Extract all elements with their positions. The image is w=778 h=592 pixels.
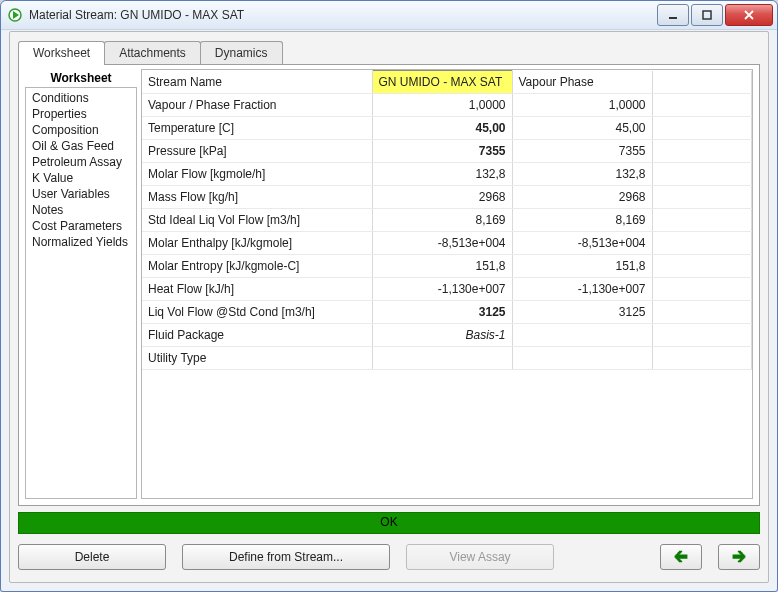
tab-label: Worksheet (33, 46, 90, 60)
row-label: Temperature [C] (142, 117, 372, 140)
delete-button[interactable]: Delete (18, 544, 166, 570)
table-row: Mass Flow [kg/h]29682968 (142, 186, 752, 209)
cell-value[interactable]: 3125 (512, 301, 652, 324)
cell-value[interactable] (512, 324, 652, 347)
sidebar-item-conditions[interactable]: Conditions (28, 90, 134, 106)
arrow-right-icon: 🡲 (732, 549, 746, 565)
sidebar-list: Conditions Properties Composition Oil & … (25, 87, 137, 499)
row-label: Mass Flow [kg/h] (142, 186, 372, 209)
cell-value[interactable] (512, 347, 652, 370)
sidebar-item-user-variables[interactable]: User Variables (28, 186, 134, 202)
table-row: Temperature [C]45,0045,00 (142, 117, 752, 140)
cell-value[interactable]: 132,8 (512, 163, 652, 186)
minimize-button[interactable] (657, 4, 689, 26)
cell-value[interactable] (372, 347, 512, 370)
window-controls (655, 4, 773, 26)
cell-value[interactable]: -8,513e+004 (512, 232, 652, 255)
row-label: Utility Type (142, 347, 372, 370)
svg-rect-2 (669, 17, 677, 19)
cell-value[interactable]: 7355 (512, 140, 652, 163)
cell-value[interactable]: 2968 (512, 186, 652, 209)
tab-panel: Worksheet Conditions Properties Composit… (18, 64, 760, 506)
cell-value[interactable]: 1,0000 (512, 94, 652, 117)
row-label: Pressure [kPa] (142, 140, 372, 163)
cell-value[interactable]: 151,8 (512, 255, 652, 278)
close-button[interactable] (725, 4, 773, 26)
cell-value[interactable]: 1,0000 (372, 94, 512, 117)
sidebar: Worksheet Conditions Properties Composit… (25, 69, 137, 499)
cell-value[interactable]: Basis-1 (372, 324, 512, 347)
tab-strip: Worksheet Attachments Dynamics (18, 40, 760, 64)
tab-worksheet[interactable]: Worksheet (18, 41, 105, 65)
cell-value[interactable]: -1,130e+007 (372, 278, 512, 301)
table-row: Liq Vol Flow @Std Cond [m3/h]31253125 (142, 301, 752, 324)
sidebar-heading: Worksheet (25, 69, 137, 87)
table-row: Fluid PackageBasis-1 (142, 324, 752, 347)
grid-header-label: Stream Name (142, 71, 372, 94)
define-from-stream-button[interactable]: Define from Stream... (182, 544, 390, 570)
next-stream-button[interactable]: 🡲 (718, 544, 760, 570)
table-row: Vapour / Phase Fraction1,00001,0000 (142, 94, 752, 117)
window-title: Material Stream: GN UMIDO - MAX SAT (29, 8, 655, 22)
cell-value[interactable]: 132,8 (372, 163, 512, 186)
tab-attachments[interactable]: Attachments (104, 41, 201, 64)
table-row: Std Ideal Liq Vol Flow [m3/h]8,1698,169 (142, 209, 752, 232)
row-label: Molar Flow [kgmole/h] (142, 163, 372, 186)
cell-value[interactable]: 8,169 (372, 209, 512, 232)
cell-value[interactable]: 7355 (372, 140, 512, 163)
sidebar-item-k-value[interactable]: K Value (28, 170, 134, 186)
row-label: Std Ideal Liq Vol Flow [m3/h] (142, 209, 372, 232)
sidebar-item-petroleum-assay[interactable]: Petroleum Assay (28, 154, 134, 170)
row-label: Vapour / Phase Fraction (142, 94, 372, 117)
row-label: Liq Vol Flow @Std Cond [m3/h] (142, 301, 372, 324)
row-label: Molar Enthalpy [kJ/kgmole] (142, 232, 372, 255)
row-label: Molar Entropy [kJ/kgmole-C] (142, 255, 372, 278)
view-assay-button: View Assay (406, 544, 554, 570)
grid-col-stream[interactable]: GN UMIDO - MAX SAT (372, 71, 512, 94)
tab-label: Attachments (119, 46, 186, 60)
grid-col-phase[interactable]: Vapour Phase (512, 71, 652, 94)
row-label: Fluid Package (142, 324, 372, 347)
window-frame: Material Stream: GN UMIDO - MAX SAT Work… (0, 0, 778, 592)
cell-value[interactable]: 3125 (372, 301, 512, 324)
cell-value[interactable]: -8,513e+004 (372, 232, 512, 255)
cell-value[interactable]: 45,00 (372, 117, 512, 140)
maximize-button[interactable] (691, 4, 723, 26)
tab-dynamics[interactable]: Dynamics (200, 41, 283, 64)
sidebar-item-oil-gas-feed[interactable]: Oil & Gas Feed (28, 138, 134, 154)
table-row: Molar Enthalpy [kJ/kgmole]-8,513e+004-8,… (142, 232, 752, 255)
cell-value[interactable]: 45,00 (512, 117, 652, 140)
titlebar[interactable]: Material Stream: GN UMIDO - MAX SAT (1, 1, 777, 30)
row-label: Heat Flow [kJ/h] (142, 278, 372, 301)
prev-stream-button[interactable]: 🡰 (660, 544, 702, 570)
sidebar-item-cost-parameters[interactable]: Cost Parameters (28, 218, 134, 234)
property-grid[interactable]: Stream NameGN UMIDO - MAX SATVapour Phas… (141, 69, 753, 499)
table-row: Pressure [kPa]73557355 (142, 140, 752, 163)
sidebar-item-composition[interactable]: Composition (28, 122, 134, 138)
table-row: Molar Entropy [kJ/kgmole-C]151,8151,8 (142, 255, 752, 278)
status-bar-ok: OK (18, 512, 760, 534)
app-icon (7, 7, 23, 23)
table-row: Heat Flow [kJ/h]-1,130e+007-1,130e+007 (142, 278, 752, 301)
cell-value[interactable]: 8,169 (512, 209, 652, 232)
cell-value[interactable]: 151,8 (372, 255, 512, 278)
status-text: OK (380, 515, 397, 529)
cell-value[interactable]: -1,130e+007 (512, 278, 652, 301)
table-row: Molar Flow [kgmole/h]132,8132,8 (142, 163, 752, 186)
arrow-left-icon: 🡰 (674, 549, 688, 565)
sidebar-item-properties[interactable]: Properties (28, 106, 134, 122)
sidebar-item-notes[interactable]: Notes (28, 202, 134, 218)
svg-rect-3 (703, 11, 711, 19)
bottom-button-row: Delete Define from Stream... View Assay … (18, 544, 760, 570)
sidebar-item-normalized-yields[interactable]: Normalized Yields (28, 234, 134, 250)
cell-value[interactable]: 2968 (372, 186, 512, 209)
tab-label: Dynamics (215, 46, 268, 60)
client-area: Worksheet Attachments Dynamics Worksheet… (9, 31, 769, 583)
table-row: Utility Type (142, 347, 752, 370)
